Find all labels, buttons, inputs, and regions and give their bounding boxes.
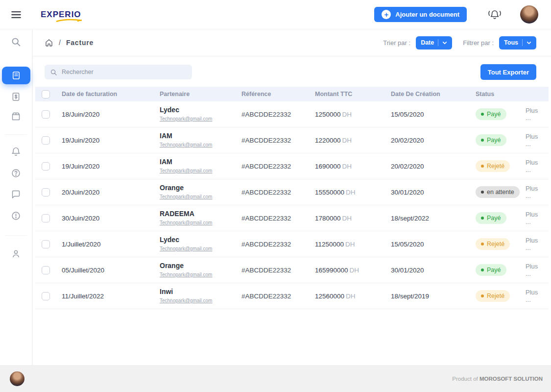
row-checkbox[interactable] [42, 136, 50, 145]
partner-email-link[interactable]: Technopark@gmail.com [160, 298, 212, 303]
partner-name: Orange [160, 262, 238, 270]
partner-email-link[interactable]: Technopark@gmail.com [160, 116, 212, 122]
invoice-reference: #ABCDDE22332 [241, 111, 315, 118]
search-input[interactable] [62, 69, 187, 75]
home-icon[interactable] [45, 38, 53, 47]
table-header-row: Date de facturation Partenaire Référence… [35, 87, 549, 101]
status-dot-icon [481, 269, 484, 271]
status-cell: Rejeté [476, 290, 526, 302]
row-more-button[interactable]: Plus ... [526, 263, 549, 277]
user-icon [11, 248, 21, 259]
sidebar-item-notifications[interactable] [0, 147, 32, 157]
amount-cell: 12560000DH [315, 293, 391, 300]
sidebar-item-help[interactable] [0, 168, 32, 178]
creation-date: 15/05/2020 [391, 241, 476, 248]
currency-label: DH [345, 241, 355, 248]
footer-credit-prefix: Product of [452, 376, 478, 382]
status-dot-icon [481, 294, 484, 297]
sidebar-item-billing[interactable] [0, 92, 32, 102]
partner-name: RADEEMA [160, 210, 238, 218]
column-header-montant: Montant TTC [315, 91, 391, 98]
partner-name: Lydec [160, 106, 238, 114]
partner-email-link[interactable]: Technopark@gmail.com [160, 142, 212, 147]
partner-email-link[interactable]: Technopark@gmail.com [160, 194, 212, 199]
sidebar-item-profile[interactable] [0, 248, 32, 259]
row-checkbox[interactable] [42, 240, 50, 248]
export-all-button[interactable]: Tout Exporter [480, 64, 536, 80]
billing-icon [11, 92, 21, 102]
select-all-checkbox[interactable] [42, 90, 50, 98]
row-checkbox[interactable] [42, 266, 50, 274]
currency-label: DH [342, 163, 352, 170]
row-checkbox[interactable] [42, 214, 50, 222]
status-label: Payé [487, 137, 501, 144]
row-checkbox[interactable] [42, 162, 50, 171]
partner-cell: IAM Technopark@gmail.com [160, 158, 241, 174]
table-toolbar: Tout Exporter [33, 56, 551, 87]
header-actions: + Ajouter un document [374, 5, 551, 24]
column-header-status: Status [476, 91, 526, 98]
menu-toggle-button[interactable] [0, 8, 32, 21]
column-header-reference: Référence [241, 91, 315, 98]
chevron-down-icon [442, 41, 447, 45]
amount-cell: 11250000DH [315, 241, 391, 248]
row-more-button[interactable]: Plus ... [526, 211, 549, 225]
status-label: Rejeté [487, 241, 504, 247]
sidebar-divider [5, 235, 27, 236]
creation-date: 30/01/2020 [391, 267, 476, 274]
sidebar-item-invoices-active[interactable] [2, 67, 30, 84]
sidebar-item-messages[interactable] [0, 189, 32, 199]
search-box [45, 65, 192, 79]
table-body: 18/Juin/2020 Lydec Technopark@gmail.com … [35, 101, 549, 309]
row-checkbox[interactable] [42, 188, 50, 196]
filter-value: Tous [504, 39, 518, 46]
table-row: 30/Juin/2020 RADEEMA Technopark@gmail.co… [35, 205, 549, 231]
footer-avatar[interactable] [10, 371, 24, 386]
row-more-button[interactable]: Plus ... [526, 107, 549, 122]
invoice-date: 11/Juillet/2022 [62, 293, 160, 300]
status-badge: Rejeté [476, 290, 510, 302]
invoice-reference: #ABCDDE22332 [241, 241, 315, 248]
sidebar-item-products[interactable] [0, 111, 32, 122]
partner-cell: RADEEMA Technopark@gmail.com [160, 210, 241, 226]
invoice-date: 20/Juin/2020 [62, 189, 160, 196]
row-more-button[interactable]: Plus ... [526, 133, 549, 147]
sidebar-item-alerts[interactable] [0, 211, 32, 221]
bell-icon [11, 147, 21, 157]
user-avatar[interactable] [520, 5, 538, 24]
status-cell: Rejeté [476, 238, 526, 250]
partner-name: IAM [160, 158, 238, 166]
partner-cell: Lydec Technopark@gmail.com [160, 236, 241, 252]
currency-label: DH [346, 293, 356, 300]
list-controls: Trier par : Date Filtrer par : Tous [383, 36, 536, 49]
notifications-button[interactable] [487, 8, 502, 21]
status-cell: Payé [476, 108, 526, 120]
row-checkbox[interactable] [42, 292, 50, 300]
invoice-reference: #ABCDDE22332 [241, 189, 315, 196]
partner-cell: Orange Technopark@gmail.com [160, 262, 241, 278]
sort-dropdown[interactable]: Date [416, 36, 452, 49]
row-more-button[interactable]: Plus ... [526, 237, 549, 251]
amount-cell: 1690000DH [315, 163, 391, 170]
partner-email-link[interactable]: Technopark@gmail.com [160, 246, 212, 251]
row-checkbox[interactable] [42, 110, 50, 119]
invoice-date: 1/Juillet/2020 [62, 241, 160, 248]
amount-cell: 15550000DH [315, 189, 391, 196]
row-more-button[interactable]: Plus ... [526, 159, 549, 173]
add-document-button[interactable]: + Ajouter un document [374, 7, 467, 22]
partner-email-link[interactable]: Technopark@gmail.com [160, 220, 212, 225]
dropdown-divider [438, 39, 438, 46]
partner-email-link[interactable]: Technopark@gmail.com [160, 272, 212, 277]
invoice-reference: #ABCDDE22332 [241, 293, 315, 300]
partner-email-link[interactable]: Technopark@gmail.com [160, 168, 212, 173]
chat-icon [11, 189, 21, 199]
status-badge: en attente [476, 186, 520, 198]
row-more-button[interactable]: Plus ... [526, 185, 549, 199]
amount-value: 1690000 [315, 163, 341, 170]
row-more-button[interactable]: Plus ... [526, 289, 549, 303]
creation-date: 18/sept/2019 [391, 293, 476, 300]
filter-dropdown[interactable]: Tous [499, 36, 536, 49]
sidebar-item-search[interactable] [0, 37, 32, 47]
partner-cell: Lydec Technopark@gmail.com [160, 106, 241, 122]
status-label: Payé [487, 267, 501, 273]
